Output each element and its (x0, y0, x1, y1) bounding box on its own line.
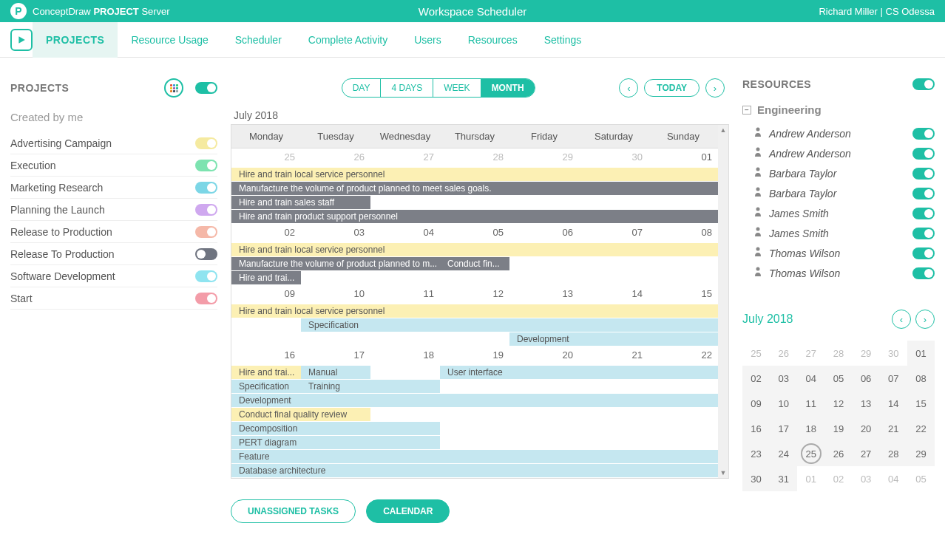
tab-users[interactable]: Users (401, 22, 455, 58)
task-bar[interactable]: Development (509, 332, 718, 346)
day-number-cell[interactable]: 20 (509, 346, 579, 366)
day-number-cell[interactable]: 05 (440, 224, 509, 243)
scroll-up-icon[interactable]: ▲ (720, 126, 727, 134)
view-month[interactable]: MONTH (481, 79, 535, 97)
view-week[interactable]: WEEK (433, 79, 481, 97)
day-number-cell[interactable]: 02 (231, 224, 301, 243)
resource-item[interactable]: Barbara Taylor (742, 163, 935, 183)
task-bar[interactable]: Manual (301, 366, 370, 380)
day-number-cell[interactable]: 09 (231, 285, 301, 304)
resource-item[interactable]: Andrew Anderson (742, 123, 935, 143)
project-toggle[interactable] (195, 248, 217, 260)
mini-cal-cell[interactable]: 27 (797, 341, 824, 366)
mini-cal-cell[interactable]: 30 (880, 341, 907, 366)
day-number-cell[interactable]: 30 (579, 148, 648, 168)
mini-cal-cell[interactable]: 17 (770, 416, 797, 441)
mini-cal-cell[interactable]: 22 (907, 416, 935, 441)
resource-item[interactable]: Thomas Wilson (742, 263, 935, 283)
collapse-icon[interactable]: − (742, 106, 751, 115)
project-item[interactable]: Start (10, 287, 217, 310)
resource-item[interactable]: James Smith (742, 203, 935, 223)
mini-cal-cell[interactable]: 05 (824, 366, 852, 391)
task-bar[interactable]: Specification (231, 380, 301, 394)
mini-cal-cell[interactable]: 03 (770, 366, 797, 391)
day-number-cell[interactable]: 16 (231, 346, 301, 366)
task-bar[interactable]: Feature (231, 450, 718, 464)
mini-cal-cell[interactable]: 28 (880, 441, 907, 466)
play-button[interactable] (10, 29, 33, 51)
today-button[interactable]: TODAY (644, 79, 700, 97)
task-bar[interactable]: Development (231, 394, 718, 408)
project-toggle[interactable] (195, 293, 217, 304)
resource-toggle[interactable] (912, 208, 935, 219)
mini-cal-cell[interactable]: 29 (853, 341, 880, 366)
task-bar[interactable]: Hire and train local service personnel (231, 168, 718, 182)
project-item[interactable]: Marketing Research (10, 177, 217, 199)
mini-cal-cell[interactable]: 20 (853, 416, 880, 441)
mini-cal-cell[interactable]: 18 (797, 416, 824, 441)
day-number-cell[interactable]: 10 (301, 285, 370, 304)
mini-cal-cell[interactable]: 24 (770, 441, 797, 466)
mini-cal-cell[interactable]: 13 (853, 391, 880, 416)
task-bar[interactable]: Specification (301, 318, 718, 332)
mini-cal-cell[interactable]: 01 (797, 466, 824, 491)
task-bar[interactable]: Hire and trai... (231, 271, 301, 285)
task-bar[interactable]: Training (301, 380, 440, 394)
day-number-cell[interactable]: 01 (648, 148, 718, 168)
resource-toggle[interactable] (912, 267, 935, 279)
mini-cal-cell[interactable]: 04 (797, 366, 824, 391)
resource-toggle[interactable] (912, 188, 935, 199)
mini-cal-cell[interactable]: 19 (824, 416, 852, 441)
task-bar[interactable]: Manufacture the volume of product planne… (231, 257, 440, 271)
mini-cal-cell[interactable]: 09 (742, 391, 770, 416)
day-number-cell[interactable]: 22 (648, 346, 718, 366)
mini-cal-cell[interactable]: 29 (907, 441, 935, 466)
task-bar[interactable]: User interface (440, 366, 718, 380)
calendar-scrollbar[interactable]: ▲ ▼ (718, 125, 728, 478)
mini-cal-cell[interactable]: 16 (742, 416, 770, 441)
next-period-button[interactable]: › (705, 78, 725, 98)
tab-complete-activity[interactable]: Complete Activity (295, 22, 401, 58)
mini-cal-cell[interactable]: 06 (853, 366, 880, 391)
tab-projects[interactable]: PROJECTS (33, 22, 118, 58)
view-day[interactable]: DAY (342, 79, 382, 97)
color-grid-button[interactable] (164, 78, 183, 98)
mini-cal-cell[interactable]: 31 (770, 466, 797, 491)
task-bar[interactable]: Manufacture the volume of product planne… (231, 182, 718, 196)
task-bar[interactable]: Database architecture (231, 464, 718, 478)
mini-cal-cell[interactable]: 05 (907, 466, 935, 491)
mini-cal-cell[interactable]: 02 (742, 366, 770, 391)
mini-cal-cell[interactable]: 26 (770, 341, 797, 366)
day-number-cell[interactable]: 18 (370, 346, 440, 366)
project-item[interactable]: Advertising Campaign (10, 132, 217, 154)
mini-prev-button[interactable]: ‹ (892, 310, 911, 329)
task-bar[interactable]: Conduct final quality review (231, 408, 370, 422)
mini-cal-cell[interactable]: 28 (824, 341, 852, 366)
resource-group-header[interactable]: − Engineering (742, 103, 935, 116)
user-info[interactable]: Richard Miller | CS Odessa (819, 6, 935, 17)
project-item[interactable]: Execution (10, 154, 217, 177)
day-number-cell[interactable]: 08 (648, 224, 718, 243)
project-toggle[interactable] (195, 226, 217, 238)
project-item[interactable]: Software Development (10, 265, 217, 287)
day-number-cell[interactable]: 21 (579, 346, 648, 366)
day-number-cell[interactable]: 14 (579, 285, 648, 304)
scroll-down-icon[interactable]: ▼ (720, 469, 727, 477)
resources-master-toggle[interactable] (912, 78, 935, 90)
day-number-cell[interactable]: 26 (301, 148, 370, 168)
day-number-cell[interactable]: 15 (648, 285, 718, 304)
day-number-cell[interactable]: 06 (509, 224, 579, 243)
tab-resource-usage[interactable]: Resource Usage (118, 22, 221, 58)
day-number-cell[interactable]: 07 (579, 224, 648, 243)
mini-next-button[interactable]: › (915, 310, 935, 329)
mini-cal-selected[interactable]: 25 (801, 443, 822, 464)
project-toggle[interactable] (195, 182, 217, 194)
mini-cal-cell[interactable]: 14 (880, 391, 907, 416)
mini-cal-cell[interactable]: 25 (742, 341, 770, 366)
project-toggle[interactable] (195, 270, 217, 282)
mini-cal-cell[interactable]: 01 (907, 341, 935, 366)
resource-toggle[interactable] (912, 247, 935, 259)
mini-cal-cell[interactable]: 25 (797, 441, 824, 466)
day-number-cell[interactable]: 03 (301, 224, 370, 243)
mini-cal-cell[interactable]: 27 (853, 441, 880, 466)
